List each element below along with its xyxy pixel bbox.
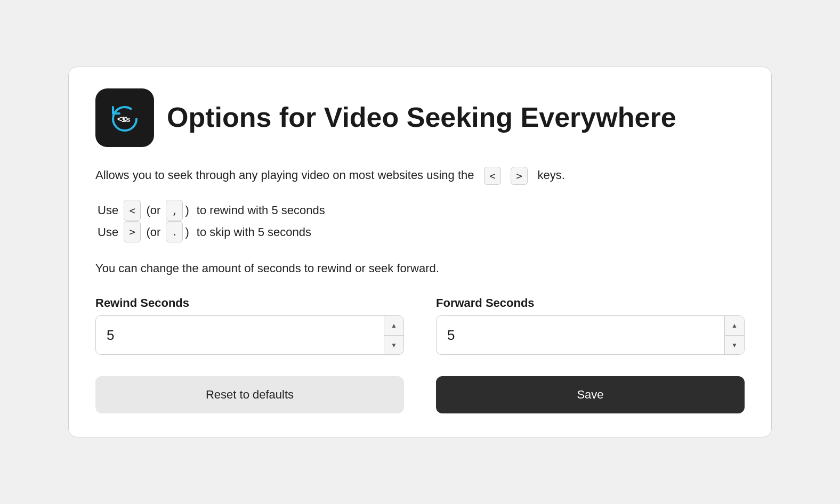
rewind-increment-button[interactable]: ▲ bbox=[384, 316, 403, 336]
forward-increment-button[interactable]: ▲ bbox=[725, 316, 744, 336]
app-icon-svg: << 1s bbox=[106, 99, 144, 137]
save-button[interactable]: Save bbox=[436, 376, 745, 413]
forward-label: Forward Seconds bbox=[436, 296, 745, 310]
forward-input-group: Forward Seconds ▲ ▼ bbox=[436, 296, 745, 355]
forward-input-wrapper: ▲ ▼ bbox=[436, 315, 745, 355]
description-text: Allows you to seek through any playing v… bbox=[95, 166, 745, 185]
key-left-badge: < bbox=[484, 167, 501, 185]
description-before: Allows you to seek through any playing v… bbox=[95, 168, 474, 182]
inputs-row: Rewind Seconds ▲ ▼ Forward Seconds ▲ ▼ bbox=[95, 296, 745, 355]
buttons-row: Reset to defaults Save bbox=[95, 376, 745, 413]
skip-alt-suffix: ) bbox=[185, 222, 189, 243]
rewind-alt-prefix: (or bbox=[146, 200, 160, 221]
skip-key-badge: > bbox=[124, 221, 141, 242]
forward-decrement-button[interactable]: ▼ bbox=[725, 336, 744, 355]
forward-stepper: ▲ ▼ bbox=[724, 316, 744, 354]
rewind-label: Rewind Seconds bbox=[95, 296, 404, 310]
skip-usage-line: Use > (or . ) to skip with 5 seconds bbox=[95, 221, 745, 242]
rewind-input-group: Rewind Seconds ▲ ▼ bbox=[95, 296, 404, 355]
rewind-key-badge: < bbox=[124, 200, 141, 221]
app-icon: << 1s bbox=[95, 88, 154, 147]
skip-prefix: Use bbox=[98, 222, 118, 243]
page-title: Options for Video Seeking Everywhere bbox=[167, 102, 676, 133]
rewind-decrement-button[interactable]: ▼ bbox=[384, 336, 403, 355]
rewind-alt-key-badge: , bbox=[166, 200, 183, 221]
rewind-input-wrapper: ▲ ▼ bbox=[95, 315, 404, 355]
svg-text:1s: 1s bbox=[122, 115, 131, 124]
rewind-suffix: to rewind with 5 seconds bbox=[197, 200, 325, 221]
options-card: << 1s Options for Video Seeking Everywhe… bbox=[68, 67, 772, 438]
change-text: You can change the amount of seconds to … bbox=[95, 259, 745, 277]
key-right-badge: > bbox=[511, 167, 528, 185]
reset-button[interactable]: Reset to defaults bbox=[95, 376, 404, 413]
rewind-stepper: ▲ ▼ bbox=[384, 316, 403, 354]
rewind-seconds-input[interactable] bbox=[96, 318, 384, 353]
rewind-alt-suffix: ) bbox=[185, 200, 189, 221]
header: << 1s Options for Video Seeking Everywhe… bbox=[95, 88, 745, 147]
skip-suffix: to skip with 5 seconds bbox=[197, 222, 311, 243]
rewind-usage-line: Use < (or , ) to rewind with 5 seconds bbox=[95, 200, 745, 221]
skip-alt-prefix: (or bbox=[146, 222, 160, 243]
rewind-prefix: Use bbox=[98, 200, 118, 221]
usage-section: Use < (or , ) to rewind with 5 seconds U… bbox=[95, 200, 745, 242]
skip-alt-key-badge: . bbox=[166, 221, 183, 242]
description-after: keys. bbox=[538, 168, 565, 182]
forward-seconds-input[interactable] bbox=[437, 318, 724, 353]
